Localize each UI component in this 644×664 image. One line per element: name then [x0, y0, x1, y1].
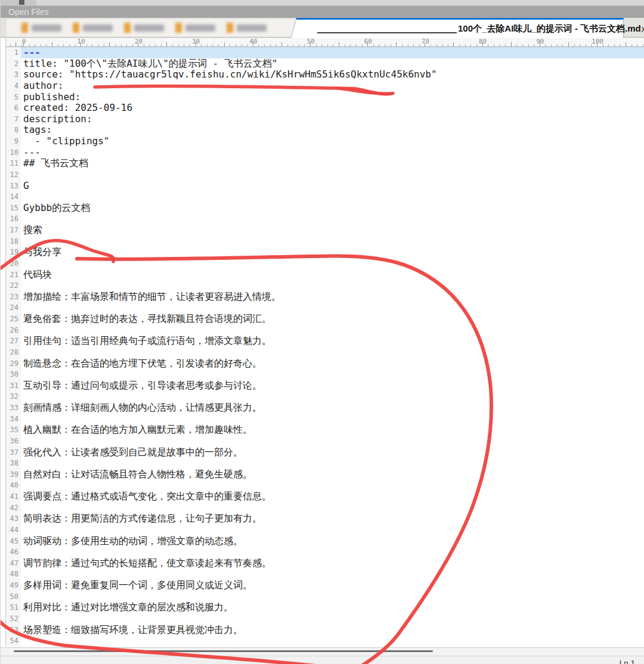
- code-line[interactable]: 14: [5, 191, 644, 203]
- code-line[interactable]: 33刻画情感：详细刻画人物的内心活动，让情感更具张力。: [5, 402, 644, 414]
- code-line[interactable]: 2title: "100个\"去除AI味儿\"的提示词 - 飞书云文档": [5, 58, 644, 70]
- code-line[interactable]: 36: [5, 436, 644, 447]
- code-line[interactable]: 53场景塑造：细致描写环境，让背景更具视觉冲击力。: [5, 625, 644, 636]
- line-number: 34: [5, 414, 21, 425]
- line-number: 39: [5, 469, 21, 480]
- line-number: 21: [5, 269, 21, 281]
- code-line[interactable]: 42: [5, 502, 644, 514]
- line-text: 多样用词：避免重复同一个词，多使用同义或近义词。: [21, 580, 644, 591]
- blurred-tab[interactable]: [73, 22, 122, 34]
- code-line[interactable]: 52: [5, 613, 644, 625]
- code-line[interactable]: 15Gybbb的云文档: [5, 203, 644, 214]
- code-line[interactable]: 40: [5, 480, 644, 491]
- horizontal-scrollbar[interactable]: [1, 647, 644, 656]
- code-line[interactable]: 8tags:: [5, 125, 644, 136]
- tab-bar: 100个_去除AI味儿_的提示词 - 飞书云文档.md x: [1, 18, 644, 38]
- status-bar: Ln 1: [1, 656, 644, 664]
- tab-title-redaction-line: [317, 32, 457, 33]
- code-line[interactable]: 17搜索: [5, 225, 644, 236]
- code-line[interactable]: 49多样用词：避免重复同一个词，多使用同义或近义词。: [5, 580, 644, 591]
- code-line[interactable]: 41强调要点：通过格式或语气变化，突出文章中的重要信息。: [5, 491, 644, 502]
- code-line[interactable]: 12: [5, 169, 644, 181]
- line-number: 42: [5, 502, 21, 514]
- code-line[interactable]: 11## 飞书云文档: [5, 158, 644, 169]
- blurred-tab[interactable]: [21, 22, 70, 34]
- line-text: 强化代入：让读者感受到自己就是故事中的一部分。: [21, 447, 644, 458]
- code-line[interactable]: 3source: "https://tauacgr5lqv.feishu.cn/…: [5, 69, 644, 80]
- code-line[interactable]: 43简明表达：用更简洁的方式传递信息，让句子更加有力。: [5, 513, 644, 525]
- line-text: 增加描绘：丰富场景和情节的细节，让读者更容易进入情境。: [21, 291, 644, 303]
- code-line[interactable]: 23增加描绘：丰富场景和情节的细节，让读者更容易进入情境。: [5, 291, 644, 303]
- code-line[interactable]: 37强化代入：让读者感受到自己就是故事中的一部分。: [5, 447, 644, 458]
- code-line[interactable]: 39自然对白：让对话流畅且符合人物性格，避免生硬感。: [5, 469, 644, 480]
- line-number: 31: [5, 380, 21, 392]
- code-line[interactable]: 51利用对比：通过对比增强文章的层次感和说服力。: [5, 602, 644, 613]
- code-area[interactable]: 1---2title: "100个\"去除AI味儿\"的提示词 - 飞书云文档"…: [1, 47, 644, 647]
- code-line[interactable]: 21代码块: [5, 269, 644, 281]
- line-number: 17: [5, 225, 21, 236]
- code-line[interactable]: 5published:: [5, 92, 644, 103]
- code-line[interactable]: 7description:: [5, 114, 644, 125]
- line-text: ---: [21, 47, 644, 58]
- line-number: 45: [5, 536, 21, 547]
- line-number: 32: [5, 391, 21, 402]
- code-line[interactable]: 27引用佳句：适当引用经典句子或流行语句，增添文章魅力。: [5, 336, 644, 347]
- code-line[interactable]: 35植入幽默：在合适的地方加入幽默元素，增加趣味性。: [5, 424, 644, 436]
- code-line[interactable]: 4author:: [5, 80, 644, 92]
- code-line[interactable]: 44: [5, 525, 644, 536]
- code-line[interactable]: 20: [5, 258, 644, 269]
- line-number: 7: [5, 114, 21, 125]
- blurred-tab-label: [83, 24, 113, 32]
- blurred-tab[interactable]: [227, 22, 275, 34]
- code-line[interactable]: 1---: [5, 47, 644, 58]
- code-line[interactable]: 50: [5, 591, 644, 603]
- line-text: [21, 280, 644, 291]
- code-line[interactable]: 48: [5, 569, 644, 580]
- tab-close-button[interactable]: x: [641, 24, 644, 35]
- code-line[interactable]: 19与我分享: [5, 247, 644, 258]
- code-line[interactable]: 18: [5, 236, 644, 247]
- blurred-tab[interactable]: [124, 22, 173, 34]
- ruler-label: 20: [135, 38, 143, 45]
- line-number: 48: [5, 569, 21, 580]
- code-line[interactable]: 13G: [5, 181, 644, 192]
- code-line[interactable]: 34: [5, 414, 644, 425]
- code-line[interactable]: 16: [5, 213, 644, 225]
- line-text: 互动引导：通过问句或提示，引导读者思考或参与讨论。: [21, 380, 644, 392]
- line-text: 植入幽默：在合适的地方加入幽默元素，增加趣味性。: [21, 424, 644, 436]
- code-line[interactable]: 24: [5, 302, 644, 314]
- code-line[interactable]: 30: [5, 369, 644, 380]
- code-line[interactable]: 47调节韵律：通过句式的长短搭配，使文章读起来有节奏感。: [5, 558, 644, 569]
- code-line[interactable]: 54: [5, 635, 644, 647]
- file-icon: [21, 23, 28, 33]
- blurred-tab[interactable]: [175, 22, 224, 34]
- line-text: author:: [21, 80, 644, 92]
- line-number: 46: [5, 547, 21, 558]
- line-number: 37: [5, 447, 21, 458]
- line-number: 36: [5, 436, 21, 447]
- line-text: 强调要点：通过格式或语气变化，突出文章中的重要信息。: [21, 491, 644, 502]
- scrollbar-thumb[interactable]: [14, 650, 433, 652]
- active-tab[interactable]: 100个_去除AI味儿_的提示词 - 飞书云文档.md x: [297, 18, 624, 38]
- code-line[interactable]: 6created: 2025-09-16: [5, 103, 644, 114]
- ruler-label: 70: [422, 38, 429, 45]
- line-text: 引用佳句：适当引用经典句子或流行语句，增添文章魅力。: [21, 336, 644, 347]
- code-line[interactable]: 9 - "clippings": [5, 136, 644, 147]
- code-line[interactable]: 28: [5, 347, 644, 358]
- code-line[interactable]: 38: [5, 458, 644, 469]
- code-line[interactable]: 10---: [5, 147, 644, 159]
- ruler: 0102030405060708090100: [5, 38, 644, 47]
- code-line[interactable]: 32: [5, 391, 644, 402]
- code-line[interactable]: 22: [5, 280, 644, 291]
- blurred-tab-label: [134, 24, 164, 32]
- line-text: 动词驱动：多使用生动的动词，增强文章的动态感。: [21, 536, 644, 547]
- file-icon: [73, 23, 79, 33]
- code-line[interactable]: 25避免俗套：抛弃过时的表达，寻找新颖且符合语境的词汇。: [5, 314, 644, 325]
- code-line[interactable]: 46: [5, 547, 644, 558]
- code-line[interactable]: 45动词驱动：多使用生动的动词，增强文章的动态感。: [5, 536, 644, 547]
- code-line[interactable]: 26: [5, 325, 644, 336]
- ruler-label: 0: [22, 38, 26, 45]
- code-line[interactable]: 29制造悬念：在合适的地方埋下伏笔，引发读者的好奇心。: [5, 358, 644, 370]
- line-number: 53: [5, 625, 21, 636]
- code-line[interactable]: 31互动引导：通过问句或提示，引导读者思考或参与讨论。: [5, 380, 644, 392]
